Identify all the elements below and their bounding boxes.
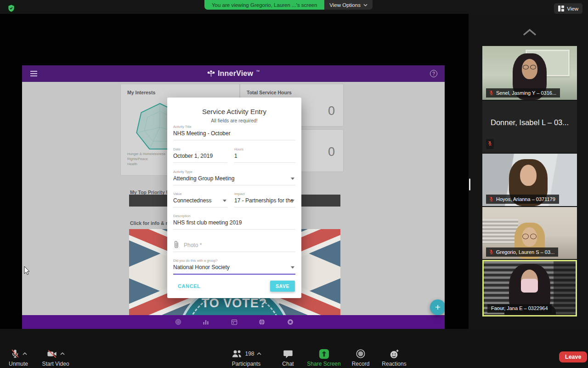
total-service-hours-title: Total Service Hours — [247, 90, 292, 95]
impact-select[interactable]: Impact 17 - Partnerships for the — [234, 192, 295, 207]
participants-button[interactable]: 198 Participants — [224, 348, 268, 367]
activity-title-label: Activity Title — [173, 125, 295, 129]
security-shield-button[interactable] — [6, 3, 16, 13]
hours-field[interactable]: Hours 1 — [234, 147, 295, 163]
add-activity-fab[interactable]: + — [430, 299, 445, 315]
service-activity-entry-dialog: Service Activity Entry All fields are re… — [167, 98, 301, 298]
chevron-up-icon[interactable] — [60, 352, 65, 355]
dialog-subtitle: All fields are required! — [167, 118, 301, 123]
participant-name: Faour, Jana E – 0322964 — [491, 305, 548, 311]
participant-name-tag: Gregorio, Lauren S – 03... — [486, 247, 558, 257]
description-label: Description — [173, 214, 295, 218]
participant-name-tag: Senel, Jasming Y – 0316... — [486, 88, 560, 98]
participant-name: Gregorio, Lauren S – 03... — [496, 249, 554, 255]
mic-off-icon — [10, 349, 20, 359]
participant-name: Hoyos, Arianna – 0371179 — [496, 196, 555, 202]
participant-video-active-speaker[interactable]: Faour, Jana E – 0322964 — [482, 260, 577, 316]
share-screen-button[interactable]: Share Screen — [305, 348, 343, 367]
value-select[interactable]: Value Connectedness — [173, 192, 227, 207]
globe-icon[interactable] — [258, 318, 266, 326]
dropdown-arrow-icon — [291, 200, 294, 202]
mic-muted-icon — [489, 90, 494, 96]
face-mask — [521, 279, 538, 293]
participant-video[interactable]: Hoyos, Arianna – 0371179 — [482, 154, 577, 206]
leave-button[interactable]: Leave — [559, 351, 587, 362]
reactions-label: Reactions — [376, 361, 413, 367]
record-label: Record — [345, 361, 376, 367]
record-button[interactable]: Record — [345, 348, 376, 367]
view-options-button[interactable]: View Options — [324, 0, 373, 10]
dropdown-arrow-icon — [291, 178, 294, 180]
date-field[interactable]: Date October 1, 2019 — [173, 147, 227, 163]
chevron-up-icon[interactable] — [257, 352, 261, 355]
participant-video[interactable]: Senel, Jasming Y – 0316... — [482, 46, 577, 100]
save-button[interactable]: SAVE — [270, 281, 295, 292]
photo-upload-field[interactable]: Photo * — [173, 238, 295, 252]
background-panel — [554, 261, 576, 315]
interest-labels: Hunger & Homelessness Rights/Peace Healt… — [127, 151, 165, 167]
my-interests-title: My Interests — [127, 90, 155, 95]
start-video-label: Start Video — [37, 361, 74, 367]
start-video-button[interactable]: Start Video — [37, 348, 74, 367]
star-icon[interactable] — [287, 318, 294, 326]
hours-value: 1 — [234, 153, 295, 162]
shared-screen-stage: InnerView ™ ? My Interests — [0, 14, 469, 329]
panel-resize-handle[interactable] — [469, 178, 470, 190]
photo-placeholder: Photo * — [184, 242, 202, 248]
dialog-title: Service Activity Entry — [167, 108, 301, 115]
unmute-button[interactable]: Unmute — [1, 348, 36, 367]
glasses — [522, 234, 537, 239]
participant-video[interactable]: Gregorio, Lauren S – 03... — [482, 207, 577, 259]
cancel-button[interactable]: CANCEL — [178, 283, 200, 289]
view-options-label: View Options — [329, 2, 361, 8]
impact-label: Impact — [234, 192, 295, 196]
service-hours-value-2: 0 — [328, 144, 335, 159]
activity-title-field[interactable]: Activity Title NHS Meeting - October — [173, 125, 295, 140]
participants-icon — [231, 349, 243, 358]
innerview-logo: InnerView ™ — [22, 65, 445, 82]
calendar-icon[interactable] — [231, 318, 238, 326]
chevron-up-icon[interactable] — [23, 352, 27, 355]
mic-muted-badge — [486, 139, 494, 149]
to-vote-text: TO VOTE? — [179, 296, 289, 310]
chat-button[interactable]: Chat — [274, 348, 302, 367]
dropdown-arrow-icon — [223, 200, 226, 202]
app-title: InnerView — [218, 69, 253, 78]
participants-label: Participants — [224, 361, 268, 367]
unmute-label: Unmute — [1, 361, 36, 367]
mouse-cursor — [24, 266, 30, 275]
collapse-strip-chevron[interactable] — [523, 29, 537, 36]
participant-name-tag: Hoyos, Arianna – 0371179 — [486, 195, 559, 204]
bar-chart-icon[interactable] — [202, 318, 209, 326]
date-value: October 1, 2019 — [173, 153, 227, 162]
dropdown-arrow-icon — [291, 266, 294, 269]
share-screen-label: Share Screen — [305, 361, 343, 367]
group-select[interactable]: Did you do this with a group? National H… — [173, 259, 295, 275]
activity-type-label: Activity Type — [173, 170, 295, 174]
trademark: ™ — [256, 69, 260, 74]
description-field[interactable]: Description NHS first club meeting 2019 — [173, 214, 295, 230]
service-hours-value: 0 — [328, 104, 335, 118]
participant-video[interactable]: Donner, Isabel L – 03... — [482, 101, 577, 153]
interest-label: Health — [127, 161, 165, 167]
share-screen-icon — [319, 349, 329, 359]
hours-label: Hours — [234, 147, 295, 151]
video-off-icon — [46, 349, 58, 359]
person-face — [520, 165, 537, 186]
viewing-banner-group: You are viewing Gregorio, Lauren ...'s s… — [204, 0, 373, 10]
paperclip-icon — [173, 241, 179, 248]
description-value: NHS first club meeting 2019 — [173, 219, 295, 229]
window-blinds — [482, 219, 518, 244]
activity-type-select[interactable]: Activity Type Attending Group Meeting — [173, 170, 295, 185]
mic-muted-icon — [489, 196, 494, 202]
reactions-smiley-icon — [389, 349, 400, 359]
participants-count: 198 — [245, 351, 254, 357]
innerview-app-window: InnerView ™ ? My Interests — [22, 65, 445, 329]
participant-name-tag: Faour, Jana E – 0322964 — [487, 304, 552, 313]
shield-check-icon — [8, 5, 15, 12]
view-button[interactable]: View — [554, 3, 582, 14]
fingerprint-icon[interactable] — [175, 318, 182, 326]
impact-value: 17 - Partnerships for the — [234, 197, 295, 207]
reactions-button[interactable]: Reactions — [376, 348, 413, 367]
help-button[interactable]: ? — [430, 70, 437, 77]
